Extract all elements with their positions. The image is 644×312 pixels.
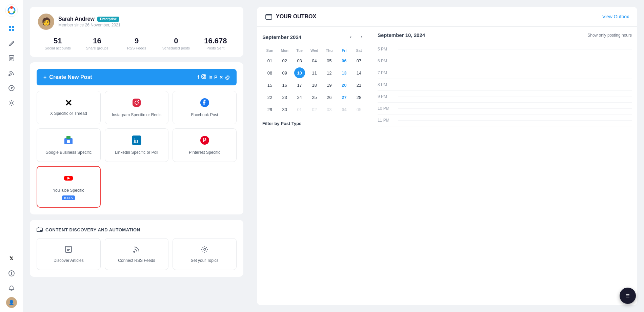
time-label-11pm: 11 PM bbox=[378, 118, 398, 123]
app-logo[interactable] bbox=[5, 4, 18, 17]
sidebar-item-notifications[interactable] bbox=[5, 282, 18, 294]
cal-week-1: 01 02 03 04 05 06 07 bbox=[262, 55, 366, 66]
cal-day-01[interactable]: 01 bbox=[264, 55, 275, 66]
cal-day-17[interactable]: 17 bbox=[294, 80, 305, 90]
post-type-x-thread[interactable]: ✕ X Specific or Thread bbox=[37, 91, 101, 124]
cal-day-name-thu: Thu bbox=[322, 47, 337, 54]
linkedin-icon: in bbox=[132, 136, 141, 147]
stat-number-posts: 16.678 bbox=[196, 37, 235, 45]
cal-day-18[interactable]: 18 bbox=[309, 80, 320, 90]
cal-day-23[interactable]: 23 bbox=[279, 92, 290, 103]
stat-number-groups: 16 bbox=[77, 37, 117, 45]
cal-day-22[interactable]: 22 bbox=[264, 92, 275, 103]
beta-badge: BETA bbox=[62, 195, 75, 200]
stat-label-rss: RSS Feeds bbox=[117, 46, 156, 50]
discovery-section-title: CONTENT DISCOVERY AND AUTOMATION bbox=[37, 227, 237, 233]
sidebar-item-twitter[interactable]: 𝕏 bbox=[5, 252, 18, 265]
youtube-label: YouTube Specific bbox=[53, 188, 84, 193]
svg-text:P: P bbox=[203, 137, 206, 144]
calendar-next-button[interactable]: › bbox=[357, 32, 366, 42]
sidebar-item-analytics[interactable] bbox=[5, 82, 18, 94]
cal-day-29[interactable]: 29 bbox=[264, 104, 275, 115]
cal-day-13[interactable]: 13 bbox=[339, 67, 349, 78]
sidebar-item-compose[interactable] bbox=[5, 37, 18, 49]
svg-point-19 bbox=[11, 272, 12, 273]
cal-day-21[interactable]: 21 bbox=[354, 80, 364, 90]
cal-day-10[interactable]: 10 bbox=[294, 67, 305, 78]
set-topics-card[interactable]: Set your Topics bbox=[173, 238, 237, 270]
view-outbox-link[interactable]: View Outbox bbox=[602, 14, 629, 19]
cal-day-11[interactable]: 11 bbox=[309, 67, 320, 78]
cal-day-12[interactable]: 12 bbox=[324, 67, 335, 78]
stat-rss-feeds: 9 RSS Feeds bbox=[117, 37, 156, 50]
cal-day-25[interactable]: 25 bbox=[309, 92, 320, 103]
calendar-prev-button[interactable]: ‹ bbox=[346, 32, 356, 42]
stat-social-accounts: 51 Social accounts bbox=[38, 37, 77, 50]
sidebar-item-info[interactable] bbox=[5, 267, 18, 279]
calendar-nav-buttons: ‹ › bbox=[346, 32, 366, 42]
post-type-linkedin[interactable]: in Linkedin Specific or Poll bbox=[105, 128, 169, 162]
cal-day-03[interactable]: 03 bbox=[294, 55, 305, 66]
cal-day-name-sun: Sun bbox=[262, 47, 277, 54]
cal-day-oct-01[interactable]: 01 bbox=[294, 104, 305, 115]
time-line-10pm bbox=[398, 108, 632, 109]
calendar-grid: Sun Mon Tue Wed Thu Fri Sat 01 02 03 bbox=[262, 47, 366, 115]
cal-day-27[interactable]: 27 bbox=[339, 92, 349, 103]
time-slot-11pm: 11 PM bbox=[378, 115, 632, 126]
profile-info: Sarah Andrew Enterprise Member since 26 … bbox=[58, 16, 120, 27]
calendar-nav: September 2024 ‹ › bbox=[262, 32, 366, 42]
cal-day-oct-04[interactable]: 04 bbox=[339, 104, 349, 115]
cal-day-24[interactable]: 24 bbox=[294, 92, 305, 103]
sidebar-item-dashboard[interactable] bbox=[5, 22, 18, 35]
time-slot-6pm: 6 PM bbox=[378, 55, 632, 67]
post-type-google-business[interactable]: Google Business Specific bbox=[37, 128, 101, 162]
cal-day-09[interactable]: 09 bbox=[279, 67, 290, 78]
profile-name: Sarah Andrew bbox=[58, 16, 95, 22]
cal-day-20[interactable]: 20 bbox=[339, 80, 349, 90]
cal-day-06[interactable]: 06 bbox=[339, 55, 349, 66]
cal-day-19[interactable]: 19 bbox=[324, 80, 335, 90]
cal-day-oct-05[interactable]: 05 bbox=[354, 104, 364, 115]
social-icons-row: f in P ✕ @ bbox=[198, 74, 230, 81]
linkedin-icon-btn: in bbox=[208, 75, 212, 80]
sidebar-item-rss[interactable] bbox=[5, 67, 18, 79]
time-line-11pm bbox=[398, 120, 632, 121]
svg-rect-6 bbox=[12, 26, 14, 28]
cal-day-08[interactable]: 08 bbox=[264, 67, 275, 78]
show-posting-hours-button[interactable]: Show only posting hours bbox=[587, 33, 632, 38]
sidebar-item-notes[interactable] bbox=[5, 52, 18, 64]
discovery-icon bbox=[37, 227, 43, 233]
rss-icon bbox=[133, 245, 141, 255]
post-type-pinterest[interactable]: P Pinterest Specific bbox=[173, 128, 237, 162]
cal-day-oct-02[interactable]: 02 bbox=[309, 104, 320, 115]
cal-day-02[interactable]: 02 bbox=[279, 55, 290, 66]
time-slot-5pm: 5 PM bbox=[378, 43, 632, 55]
post-type-instagram-reels[interactable]: Instagram Specific or Reels bbox=[105, 91, 169, 124]
connect-rss-card[interactable]: Connect RSS Feeds bbox=[105, 238, 169, 270]
post-type-facebook[interactable]: Facebook Post bbox=[173, 91, 237, 124]
cal-day-05[interactable]: 05 bbox=[324, 55, 335, 66]
avatar: 🧑 bbox=[38, 14, 54, 30]
cal-day-28[interactable]: 28 bbox=[354, 92, 364, 103]
cal-day-30[interactable]: 30 bbox=[279, 104, 290, 115]
time-label-10pm: 10 PM bbox=[378, 106, 398, 111]
user-avatar[interactable]: 👤 bbox=[6, 297, 17, 308]
cal-day-oct-03[interactable]: 03 bbox=[324, 104, 335, 115]
facebook-icon-btn: f bbox=[198, 75, 199, 80]
time-slot-7pm: 7 PM bbox=[378, 67, 632, 79]
cal-day-name-tue: Tue bbox=[292, 47, 307, 54]
discover-articles-card[interactable]: Discover Articles bbox=[37, 238, 101, 270]
cal-day-26[interactable]: 26 bbox=[324, 92, 335, 103]
cal-day-15[interactable]: 15 bbox=[264, 80, 275, 90]
cal-day-04[interactable]: 04 bbox=[309, 55, 320, 66]
discovery-section: CONTENT DISCOVERY AND AUTOMATION Discove… bbox=[30, 220, 243, 277]
cal-day-14[interactable]: 14 bbox=[354, 67, 364, 78]
create-new-post-button[interactable]: + Create New Post f in P ✕ @ bbox=[37, 69, 237, 85]
chat-fab-button[interactable]: ≡ bbox=[620, 288, 636, 304]
post-type-youtube[interactable]: YouTube Specific BETA bbox=[37, 166, 101, 208]
cal-day-16[interactable]: 16 bbox=[279, 80, 290, 90]
cal-day-07[interactable]: 07 bbox=[354, 55, 364, 66]
cal-day-name-mon: Mon bbox=[277, 47, 292, 54]
sidebar-item-settings[interactable] bbox=[5, 97, 18, 109]
cal-day-name-sat: Sat bbox=[351, 47, 366, 54]
